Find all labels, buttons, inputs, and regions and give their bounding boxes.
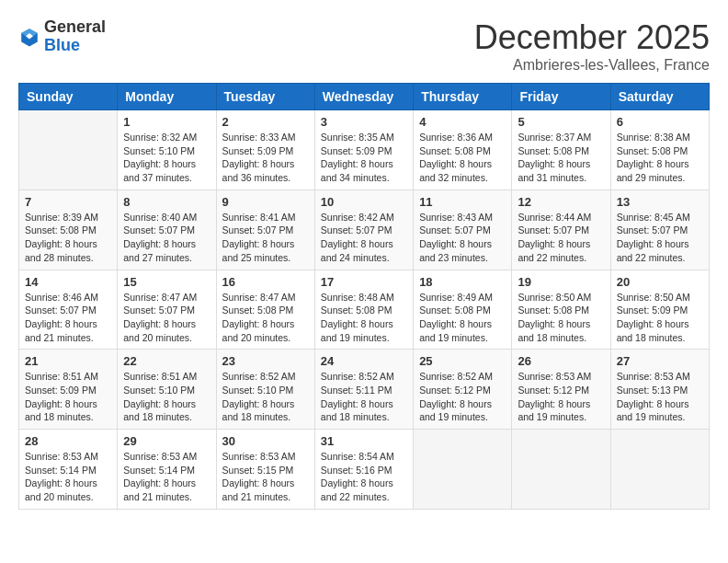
day-info: Sunrise: 8:51 AM Sunset: 5:10 PM Dayligh… bbox=[123, 370, 210, 424]
day-number: 7 bbox=[25, 195, 111, 209]
day-number: 15 bbox=[123, 275, 210, 289]
calendar-header-cell: Friday bbox=[512, 84, 610, 110]
day-info: Sunrise: 8:50 AM Sunset: 5:09 PM Dayligh… bbox=[617, 291, 703, 345]
day-number: 21 bbox=[25, 354, 111, 368]
calendar-cell: 11Sunrise: 8:43 AM Sunset: 5:07 PM Dayli… bbox=[414, 190, 512, 270]
day-info: Sunrise: 8:53 AM Sunset: 5:13 PM Dayligh… bbox=[617, 370, 703, 424]
calendar-table: SundayMondayTuesdayWednesdayThursdayFrid… bbox=[18, 83, 710, 510]
calendar-cell: 20Sunrise: 8:50 AM Sunset: 5:09 PM Dayli… bbox=[610, 270, 709, 350]
calendar-cell bbox=[512, 430, 610, 510]
day-number: 13 bbox=[617, 195, 703, 209]
day-info: Sunrise: 8:38 AM Sunset: 5:08 PM Dayligh… bbox=[617, 131, 703, 185]
calendar-cell: 16Sunrise: 8:47 AM Sunset: 5:08 PM Dayli… bbox=[216, 270, 314, 350]
day-info: Sunrise: 8:44 AM Sunset: 5:07 PM Dayligh… bbox=[518, 211, 604, 265]
logo-icon bbox=[18, 26, 40, 48]
calendar-cell bbox=[19, 110, 118, 190]
calendar-cell: 5Sunrise: 8:37 AM Sunset: 5:08 PM Daylig… bbox=[512, 110, 610, 190]
day-info: Sunrise: 8:37 AM Sunset: 5:08 PM Dayligh… bbox=[518, 131, 604, 185]
calendar-cell: 3Sunrise: 8:35 AM Sunset: 5:09 PM Daylig… bbox=[314, 110, 413, 190]
day-number: 24 bbox=[321, 354, 407, 368]
day-info: Sunrise: 8:53 AM Sunset: 5:15 PM Dayligh… bbox=[222, 450, 309, 504]
calendar-cell: 28Sunrise: 8:53 AM Sunset: 5:14 PM Dayli… bbox=[19, 430, 118, 510]
calendar-cell: 24Sunrise: 8:52 AM Sunset: 5:11 PM Dayli… bbox=[314, 350, 413, 430]
day-number: 23 bbox=[222, 354, 309, 368]
day-number: 16 bbox=[222, 275, 309, 289]
logo-text: General Blue bbox=[44, 18, 106, 55]
calendar-cell: 4Sunrise: 8:36 AM Sunset: 5:08 PM Daylig… bbox=[414, 110, 512, 190]
day-info: Sunrise: 8:53 AM Sunset: 5:14 PM Dayligh… bbox=[25, 450, 111, 504]
day-number: 9 bbox=[222, 195, 309, 209]
calendar-header-row: SundayMondayTuesdayWednesdayThursdayFrid… bbox=[19, 84, 710, 110]
day-info: Sunrise: 8:36 AM Sunset: 5:08 PM Dayligh… bbox=[419, 131, 506, 185]
day-info: Sunrise: 8:52 AM Sunset: 5:12 PM Dayligh… bbox=[419, 370, 506, 424]
calendar-cell: 25Sunrise: 8:52 AM Sunset: 5:12 PM Dayli… bbox=[414, 350, 512, 430]
calendar-week-row: 7Sunrise: 8:39 AM Sunset: 5:08 PM Daylig… bbox=[19, 190, 710, 270]
day-number: 4 bbox=[419, 115, 506, 129]
calendar-cell: 26Sunrise: 8:53 AM Sunset: 5:12 PM Dayli… bbox=[512, 350, 610, 430]
calendar-cell bbox=[610, 430, 709, 510]
day-number: 2 bbox=[222, 115, 309, 129]
day-info: Sunrise: 8:41 AM Sunset: 5:07 PM Dayligh… bbox=[222, 211, 309, 265]
calendar-cell: 14Sunrise: 8:46 AM Sunset: 5:07 PM Dayli… bbox=[19, 270, 118, 350]
month-title: December 2025 bbox=[474, 18, 710, 57]
calendar-cell: 2Sunrise: 8:33 AM Sunset: 5:09 PM Daylig… bbox=[216, 110, 314, 190]
day-number: 6 bbox=[617, 115, 703, 129]
day-number: 29 bbox=[123, 434, 210, 448]
day-number: 14 bbox=[25, 275, 111, 289]
day-number: 12 bbox=[518, 195, 604, 209]
day-info: Sunrise: 8:35 AM Sunset: 5:09 PM Dayligh… bbox=[321, 131, 407, 185]
day-info: Sunrise: 8:45 AM Sunset: 5:07 PM Dayligh… bbox=[617, 211, 703, 265]
day-number: 10 bbox=[321, 195, 407, 209]
day-info: Sunrise: 8:49 AM Sunset: 5:08 PM Dayligh… bbox=[419, 291, 506, 345]
day-info: Sunrise: 8:32 AM Sunset: 5:10 PM Dayligh… bbox=[123, 131, 210, 185]
logo: General Blue bbox=[18, 18, 106, 55]
day-info: Sunrise: 8:46 AM Sunset: 5:07 PM Dayligh… bbox=[25, 291, 111, 345]
calendar-cell: 12Sunrise: 8:44 AM Sunset: 5:07 PM Dayli… bbox=[512, 190, 610, 270]
day-info: Sunrise: 8:47 AM Sunset: 5:08 PM Dayligh… bbox=[222, 291, 309, 345]
day-number: 8 bbox=[123, 195, 210, 209]
day-number: 30 bbox=[222, 434, 309, 448]
calendar-cell: 30Sunrise: 8:53 AM Sunset: 5:15 PM Dayli… bbox=[216, 430, 314, 510]
calendar-week-row: 28Sunrise: 8:53 AM Sunset: 5:14 PM Dayli… bbox=[19, 430, 710, 510]
calendar-body: 1Sunrise: 8:32 AM Sunset: 5:10 PM Daylig… bbox=[19, 110, 710, 510]
title-area: December 2025 Ambrieres-les-Vallees, Fra… bbox=[474, 18, 710, 74]
day-info: Sunrise: 8:50 AM Sunset: 5:08 PM Dayligh… bbox=[518, 291, 604, 345]
day-info: Sunrise: 8:54 AM Sunset: 5:16 PM Dayligh… bbox=[321, 450, 407, 504]
day-info: Sunrise: 8:47 AM Sunset: 5:07 PM Dayligh… bbox=[123, 291, 210, 345]
day-number: 1 bbox=[123, 115, 210, 129]
day-number: 25 bbox=[419, 354, 506, 368]
day-number: 17 bbox=[321, 275, 407, 289]
calendar-cell: 1Sunrise: 8:32 AM Sunset: 5:10 PM Daylig… bbox=[118, 110, 216, 190]
day-info: Sunrise: 8:53 AM Sunset: 5:12 PM Dayligh… bbox=[518, 370, 604, 424]
calendar-cell: 9Sunrise: 8:41 AM Sunset: 5:07 PM Daylig… bbox=[216, 190, 314, 270]
calendar-header-cell: Sunday bbox=[19, 84, 118, 110]
day-number: 28 bbox=[25, 434, 111, 448]
calendar-cell: 8Sunrise: 8:40 AM Sunset: 5:07 PM Daylig… bbox=[118, 190, 216, 270]
day-info: Sunrise: 8:51 AM Sunset: 5:09 PM Dayligh… bbox=[25, 370, 111, 424]
day-info: Sunrise: 8:42 AM Sunset: 5:07 PM Dayligh… bbox=[321, 211, 407, 265]
day-number: 3 bbox=[321, 115, 407, 129]
calendar-week-row: 14Sunrise: 8:46 AM Sunset: 5:07 PM Dayli… bbox=[19, 270, 710, 350]
day-info: Sunrise: 8:52 AM Sunset: 5:10 PM Dayligh… bbox=[222, 370, 309, 424]
calendar-week-row: 21Sunrise: 8:51 AM Sunset: 5:09 PM Dayli… bbox=[19, 350, 710, 430]
day-number: 11 bbox=[419, 195, 506, 209]
calendar-cell: 7Sunrise: 8:39 AM Sunset: 5:08 PM Daylig… bbox=[19, 190, 118, 270]
calendar-header-cell: Tuesday bbox=[216, 84, 314, 110]
calendar-cell: 17Sunrise: 8:48 AM Sunset: 5:08 PM Dayli… bbox=[314, 270, 413, 350]
day-info: Sunrise: 8:43 AM Sunset: 5:07 PM Dayligh… bbox=[419, 211, 506, 265]
calendar-cell: 18Sunrise: 8:49 AM Sunset: 5:08 PM Dayli… bbox=[414, 270, 512, 350]
page-header: General Blue December 2025 Ambrieres-les… bbox=[18, 18, 710, 74]
day-info: Sunrise: 8:48 AM Sunset: 5:08 PM Dayligh… bbox=[321, 291, 407, 345]
calendar-week-row: 1Sunrise: 8:32 AM Sunset: 5:10 PM Daylig… bbox=[19, 110, 710, 190]
calendar-cell: 21Sunrise: 8:51 AM Sunset: 5:09 PM Dayli… bbox=[19, 350, 118, 430]
calendar-header-cell: Saturday bbox=[610, 84, 709, 110]
day-number: 27 bbox=[617, 354, 703, 368]
calendar-cell: 27Sunrise: 8:53 AM Sunset: 5:13 PM Dayli… bbox=[610, 350, 709, 430]
calendar-cell: 23Sunrise: 8:52 AM Sunset: 5:10 PM Dayli… bbox=[216, 350, 314, 430]
calendar-header-cell: Wednesday bbox=[314, 84, 413, 110]
calendar-header-cell: Thursday bbox=[414, 84, 512, 110]
calendar-cell: 29Sunrise: 8:53 AM Sunset: 5:14 PM Dayli… bbox=[118, 430, 216, 510]
calendar-cell: 15Sunrise: 8:47 AM Sunset: 5:07 PM Dayli… bbox=[118, 270, 216, 350]
day-number: 18 bbox=[419, 275, 506, 289]
calendar-cell: 6Sunrise: 8:38 AM Sunset: 5:08 PM Daylig… bbox=[610, 110, 709, 190]
